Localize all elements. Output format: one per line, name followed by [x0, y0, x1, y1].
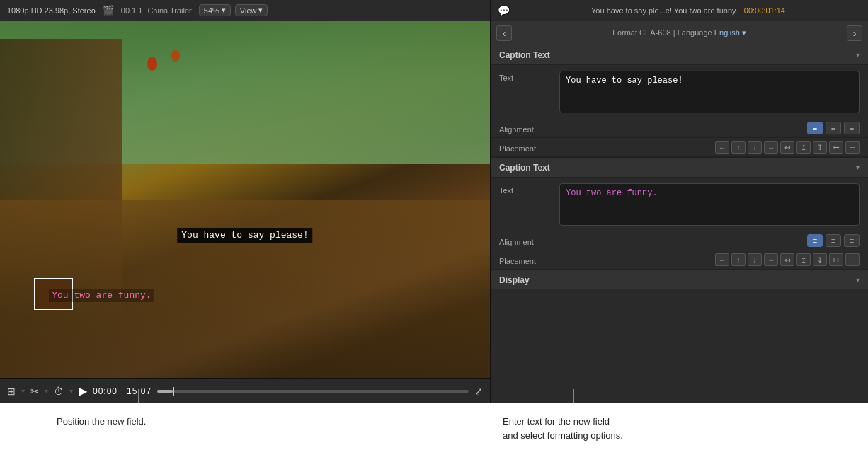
white-caption: You have to say please!	[177, 228, 312, 243]
annotation-bar: Position the new field. Enter text for t…	[0, 403, 868, 467]
timecode-display: 00:00 : 15:07	[93, 386, 152, 396]
alignment-icons-1: ≡ ≡ ≡	[807, 122, 860, 134]
place-reset-2[interactable]: ⊣	[845, 253, 860, 266]
video-topbar: 1080p HD 23.98p, Stereo 🎬 00.1.1 China T…	[0, 0, 490, 21]
place-down-1[interactable]: ↓	[748, 141, 762, 154]
zoom-dropdown[interactable]: 54% ▾	[199, 4, 231, 16]
place-leftmost-2[interactable]: ↤	[780, 253, 794, 266]
placement-icons-2: ← ↑ ↓ → ↤ ↥ ↧ ↦ ⊣	[715, 253, 860, 266]
caption-section-1-header: Caption Text ▾	[491, 45, 868, 65]
trim-icon[interactable]: ✂	[30, 386, 39, 397]
display-section: Display ▾	[491, 270, 868, 289]
place-up-1[interactable]: ↑	[731, 141, 746, 154]
video-topbar-right: 54% ▾ View ▾	[199, 4, 268, 16]
format-bar: ‹ Format CEA-608 | Language English ▾ ›	[491, 21, 868, 45]
video-controls: ⊞ ▾ ✂ ▾ ⏱ ▾ ▶ 00:00 : 15:07 ⤢	[0, 378, 490, 403]
inspector-panel: 💬 You have to say ple...e! You two are f…	[490, 0, 868, 403]
video-viewport: You have to say please! You two are funn…	[0, 21, 490, 378]
main-container: 1080p HD 23.98p, Stereo 🎬 00.1.1 China T…	[0, 0, 868, 467]
place-reset-1[interactable]: ⊣	[845, 141, 860, 154]
playhead	[173, 387, 174, 396]
align-right-2[interactable]: ≡	[844, 234, 860, 247]
place-left-2[interactable]: ←	[715, 253, 729, 266]
place-bottommost-1[interactable]: ↧	[813, 141, 827, 154]
align-left-1[interactable]: ≡	[807, 122, 823, 134]
text-label-1: Text	[499, 71, 552, 82]
connector-line-left	[74, 296, 144, 296]
place-up-2[interactable]: ↑	[731, 253, 746, 266]
ctrl-divider1: ▾	[21, 387, 25, 395]
caption-text-row-1: Text	[491, 65, 868, 119]
inspector-status: You have to say ple...e! You two are fun…	[515, 6, 861, 15]
progress-fill	[157, 390, 173, 393]
next-caption-button[interactable]: ›	[847, 25, 862, 41]
place-right-1[interactable]: →	[764, 141, 778, 154]
layout-icon[interactable]: ⊞	[7, 386, 16, 397]
align-center-1[interactable]: ≡	[826, 122, 841, 134]
placement-label-2: Placement	[499, 254, 552, 265]
align-right-1[interactable]: ≡	[844, 122, 860, 134]
text-input-1[interactable]	[559, 71, 860, 113]
progress-bar[interactable]	[157, 390, 469, 393]
align-left-2[interactable]: ≡	[807, 234, 823, 247]
placement-row-1: Placement ← ↑ ↓ → ↤ ↥ ↧ ↦ ⊣	[491, 138, 868, 157]
text-label-2: Text	[499, 183, 552, 195]
alignment-icons-2: ≡ ≡ ≡	[807, 234, 860, 247]
align-center-2[interactable]: ≡	[826, 234, 841, 247]
caption-section-2-chevron[interactable]: ▾	[856, 163, 860, 171]
place-leftmost-1[interactable]: ↤	[780, 141, 794, 154]
display-label: Display	[499, 275, 530, 285]
format-label: Format CEA-608 | Language English ▾	[516, 28, 843, 38]
placement-row-2: Placement ← ↑ ↓ → ↤ ↥ ↧ ↦ ⊣	[491, 250, 868, 270]
place-right-2[interactable]: →	[764, 253, 778, 266]
ctrl-divider3: ▾	[69, 387, 73, 395]
inspector-topbar: 💬 You have to say ple...e! You two are f…	[491, 0, 868, 21]
annotation-right: Enter text for the new fieldand select f…	[503, 415, 750, 442]
annotation-left-text: Position the new field.	[57, 416, 146, 427]
content-area: 1080p HD 23.98p, Stereo 🎬 00.1.1 China T…	[0, 0, 868, 403]
place-rightmost-2[interactable]: ↦	[829, 253, 843, 266]
video-info: 1080p HD 23.98p, Stereo	[7, 6, 96, 15]
placement-icons-1: ← ↑ ↓ → ↤ ↥ ↧ ↦ ⊣	[715, 141, 860, 154]
place-bottommost-2[interactable]: ↧	[813, 253, 827, 266]
caption-section-2-header: Caption Text ▾	[491, 158, 868, 178]
place-rightmost-1[interactable]: ↦	[829, 141, 843, 154]
prev-caption-button[interactable]: ‹	[496, 25, 512, 41]
annotation-right-text: Enter text for the new fieldand select f…	[503, 416, 623, 441]
inspector-timecode: 00:00:01:14	[744, 6, 785, 15]
video-frame: You have to say please! You two are funn…	[0, 21, 490, 378]
alignment-label-2: Alignment	[499, 235, 552, 246]
caption-section-1-title: Caption Text	[499, 50, 550, 60]
alignment-label-1: Alignment	[499, 122, 552, 134]
caption-section-1-chevron[interactable]: ▾	[856, 51, 860, 59]
video-timecode: 00.1.1 China Trailer	[121, 6, 192, 15]
alignment-row-2: Alignment ≡ ≡ ≡	[491, 231, 868, 250]
placement-label-1: Placement	[499, 142, 552, 153]
expand-icon[interactable]: ⤢	[474, 386, 483, 397]
chat-icon: 💬	[498, 5, 510, 16]
speed-icon[interactable]: ⏱	[54, 386, 64, 397]
ctrl-divider2: ▾	[45, 387, 48, 395]
annotation-line-right	[573, 389, 574, 403]
display-chevron[interactable]: ▾	[856, 276, 860, 284]
language-dropdown-arrow[interactable]: ▾	[742, 28, 746, 37]
annotation-left: Position the new field.	[57, 415, 262, 427]
view-dropdown[interactable]: View ▾	[235, 4, 268, 16]
place-topmost-1[interactable]: ↥	[796, 141, 811, 154]
caption-section-2-title: Caption Text	[499, 163, 550, 173]
place-down-2[interactable]: ↓	[748, 253, 762, 266]
play-button[interactable]: ▶	[79, 384, 87, 398]
alignment-row-1: Alignment ≡ ≡ ≡	[491, 119, 868, 138]
text-input-2[interactable]	[559, 183, 860, 226]
caption-text-row-2: Text	[491, 178, 868, 231]
film-icon: 🎬	[103, 5, 114, 16]
place-left-1[interactable]: ←	[715, 141, 729, 154]
video-panel: 1080p HD 23.98p, Stereo 🎬 00.1.1 China T…	[0, 0, 490, 403]
annotation-line-left	[138, 389, 139, 403]
place-topmost-2[interactable]: ↥	[796, 253, 811, 266]
